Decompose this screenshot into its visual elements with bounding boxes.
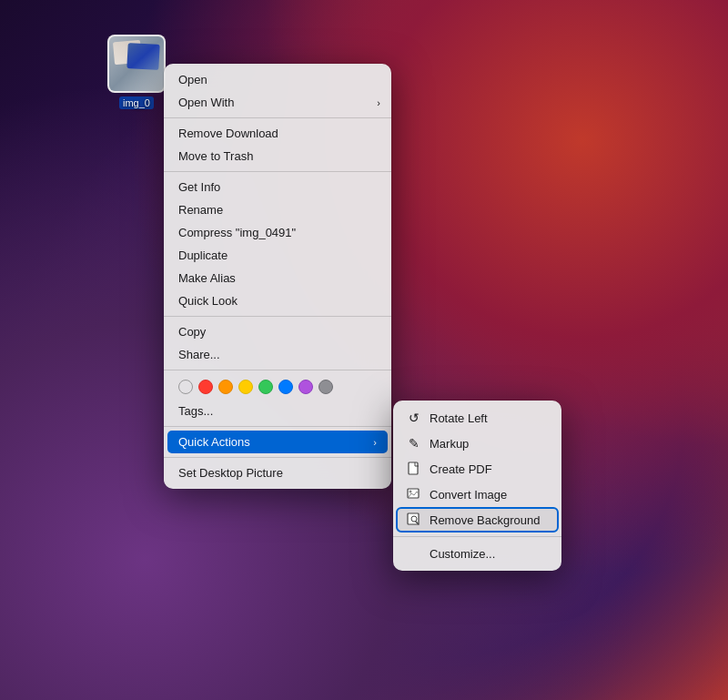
context-menu-item-make-alias[interactable]: Make Alias bbox=[164, 267, 391, 289]
context-menu-item-compress[interactable]: Compress "img_0491" bbox=[164, 221, 391, 244]
separator-5 bbox=[164, 426, 391, 427]
customize-icon bbox=[406, 545, 422, 562]
context-menu-item-open-with[interactable]: Open With › bbox=[164, 91, 391, 114]
submenu-item-markup[interactable]: ✎ Markup bbox=[393, 431, 561, 456]
context-menu-item-quick-actions[interactable]: Quick Actions › bbox=[167, 431, 388, 453]
tag-gray[interactable] bbox=[318, 380, 333, 394]
context-menu-item-set-desktop[interactable]: Set Desktop Picture bbox=[164, 462, 391, 484]
submenu-item-customize[interactable]: Customize... bbox=[393, 541, 561, 566]
submenu-item-convert-image[interactable]: Convert Image bbox=[393, 482, 561, 507]
context-menu-item-duplicate[interactable]: Duplicate bbox=[164, 244, 391, 267]
context-menu-item-open[interactable]: Open bbox=[164, 68, 391, 91]
tag-empty[interactable] bbox=[178, 380, 193, 394]
context-menu-item-rename[interactable]: Rename bbox=[164, 198, 391, 221]
separator-4 bbox=[164, 370, 391, 370]
submenu-item-rotate-left[interactable]: ↺ Rotate Left bbox=[393, 405, 561, 431]
arrow-icon-quick-actions: › bbox=[373, 437, 377, 448]
image-preview bbox=[109, 36, 164, 91]
tag-purple[interactable] bbox=[298, 380, 313, 394]
tag-orange[interactable] bbox=[218, 380, 233, 394]
arrow-icon: › bbox=[377, 97, 380, 108]
tag-blue[interactable] bbox=[278, 380, 293, 394]
markup-icon: ✎ bbox=[406, 435, 422, 451]
submenu-item-remove-background[interactable]: Remove Background bbox=[396, 507, 559, 533]
tag-yellow[interactable] bbox=[238, 380, 253, 394]
context-menu-item-move-to-trash[interactable]: Move to Trash bbox=[164, 145, 391, 167]
context-menu: Open Open With › Remove Download Move to… bbox=[164, 64, 391, 489]
svg-rect-0 bbox=[409, 462, 418, 474]
tag-green[interactable] bbox=[258, 380, 273, 394]
quick-actions-submenu: ↺ Rotate Left ✎ Markup Create PDF Conver… bbox=[393, 401, 561, 571]
context-menu-item-copy[interactable]: Copy bbox=[164, 320, 391, 343]
submenu-item-create-pdf[interactable]: Create PDF bbox=[393, 456, 561, 482]
separator-2 bbox=[164, 171, 391, 172]
file-name-label: img_0 bbox=[119, 96, 154, 109]
context-menu-item-quick-look[interactable]: Quick Look bbox=[164, 289, 391, 312]
create-pdf-icon bbox=[406, 461, 422, 477]
separator-6 bbox=[164, 457, 391, 458]
file-thumbnail bbox=[107, 35, 166, 93]
svg-point-2 bbox=[410, 491, 412, 493]
tag-red[interactable] bbox=[198, 380, 213, 394]
context-menu-item-tags[interactable]: Tags... bbox=[164, 400, 391, 422]
convert-image-icon bbox=[406, 486, 422, 502]
submenu-separator bbox=[393, 536, 561, 537]
desktop-file-icon[interactable]: img_0 bbox=[100, 35, 173, 109]
separator-1 bbox=[164, 117, 391, 118]
remove-background-icon bbox=[406, 512, 422, 528]
context-menu-item-remove-download[interactable]: Remove Download bbox=[164, 122, 391, 145]
context-menu-item-share[interactable]: Share... bbox=[164, 343, 391, 366]
color-tags-row bbox=[164, 374, 391, 400]
context-menu-item-get-info[interactable]: Get Info bbox=[164, 176, 391, 198]
separator-3 bbox=[164, 316, 391, 317]
rotate-left-icon: ↺ bbox=[406, 410, 422, 426]
